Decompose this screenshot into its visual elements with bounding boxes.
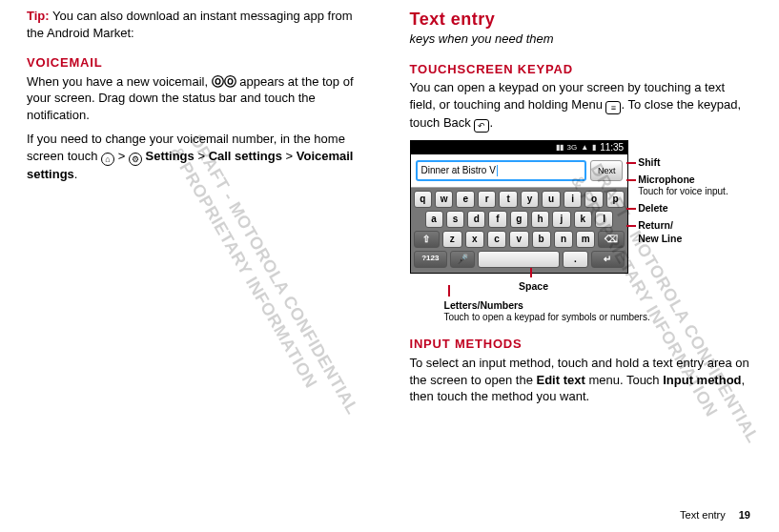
key-p[interactable]: p: [606, 191, 625, 208]
input-methods-heading: Input methods: [410, 336, 753, 353]
callout-shift: Shift: [638, 155, 752, 169]
key-a[interactable]: a: [425, 211, 443, 228]
next-button[interactable]: Next: [590, 160, 623, 181]
key-s[interactable]: s: [446, 211, 464, 228]
tip-label: Tip:: [27, 9, 50, 23]
key-m[interactable]: m: [576, 231, 595, 248]
signal-icon: ▮▮: [556, 143, 564, 153]
callout-return: Return/ New Line: [638, 218, 752, 245]
key-period[interactable]: .: [563, 251, 587, 268]
text-field[interactable]: Dinner at Bistro V: [416, 160, 587, 181]
input-methods-paragraph: To select an input method, touch and hol…: [410, 355, 753, 405]
tip-text: You can also download an instant messagi…: [27, 9, 353, 40]
key-n[interactable]: n: [554, 231, 573, 248]
key-c[interactable]: c: [487, 231, 506, 248]
key-g[interactable]: g: [510, 211, 528, 228]
callout-microphone: Microphone Touch for voice input.: [638, 173, 752, 197]
key-return[interactable]: ↵: [591, 251, 625, 268]
key-space[interactable]: [478, 251, 560, 268]
voicemail-heading: Voicemail: [27, 54, 370, 72]
key-x[interactable]: x: [465, 231, 484, 248]
key-j[interactable]: j: [552, 211, 570, 228]
key-d[interactable]: d: [467, 211, 485, 228]
caret-icon: [497, 165, 498, 176]
footer-page-number: 19: [739, 508, 750, 522]
page-footer: Text entry 19: [680, 508, 750, 522]
key-i[interactable]: i: [564, 191, 582, 208]
key-k[interactable]: k: [574, 211, 592, 228]
key-delete[interactable]: ⌫: [598, 231, 625, 248]
call-settings-label: Call settings: [209, 149, 282, 163]
right-column: Text entry keys when you need them Touch…: [410, 8, 753, 413]
back-icon: ↶: [474, 119, 489, 133]
left-column: Tip: You can also download an instant me…: [27, 8, 370, 413]
callouts-right: Shift Microphone Touch for voice input. …: [638, 155, 752, 245]
key-t[interactable]: t: [499, 191, 517, 208]
battery-icon: ▮: [592, 143, 596, 153]
key-v[interactable]: v: [509, 231, 528, 248]
status-time: 11:35: [600, 141, 624, 154]
key-b[interactable]: b: [532, 231, 551, 248]
key-z[interactable]: z: [442, 231, 461, 248]
footer-section: Text entry: [680, 508, 726, 522]
key-shift[interactable]: ⇧: [414, 231, 441, 248]
edit-text-label: Edit text: [536, 373, 584, 387]
key-q[interactable]: q: [414, 191, 432, 208]
key-symbols[interactable]: ?123: [414, 251, 448, 268]
voicemail-icon: ⓞⓞ: [212, 74, 236, 89]
settings-label: Settings: [146, 149, 195, 163]
key-y[interactable]: y: [521, 191, 539, 208]
callout-space: Space: [439, 279, 629, 293]
tip-paragraph: Tip: You can also download an instant me…: [27, 8, 370, 41]
key-w[interactable]: w: [435, 191, 453, 208]
keyboard: q w e r t y u i o p a s d: [411, 188, 628, 273]
callout-delete: Delete: [638, 201, 752, 215]
touchscreen-keypad-paragraph: You can open a keypad on your screen by …: [410, 79, 753, 133]
text-input-row: Dinner at Bistro V Next: [411, 154, 628, 188]
key-l[interactable]: l: [595, 211, 613, 228]
phone-mock: ▮▮ 3G ▲ ▮ 11:35 Dinner at Bistro V Next …: [410, 140, 629, 274]
home-icon: ⌂: [101, 153, 114, 166]
menu-icon: ≡: [605, 101, 621, 114]
key-e[interactable]: e: [456, 191, 474, 208]
cell-icon: ▲: [581, 143, 588, 153]
text-entry-subtitle: keys when you need them: [410, 31, 753, 48]
voicemail-p1: When you have a new voicemail, ⓞⓞ appear…: [27, 73, 370, 124]
touchscreen-keypad-heading: Touchscreen keypad: [410, 61, 753, 78]
key-u[interactable]: u: [542, 191, 560, 208]
input-method-label: Input method: [663, 373, 741, 387]
key-f[interactable]: f: [488, 211, 506, 228]
callout-letters-numbers: Letters/Numbers Touch to open a keypad f…: [444, 298, 753, 323]
status-bar: ▮▮ 3G ▲ ▮ 11:35: [411, 141, 628, 154]
key-o[interactable]: o: [584, 191, 603, 208]
key-microphone[interactable]: 🎤: [450, 251, 475, 268]
text-entry-title: Text entry: [410, 8, 753, 31]
key-r[interactable]: r: [478, 191, 496, 208]
network-icon: 3G: [567, 143, 578, 153]
voicemail-p2: If you need to change your voicemail num…: [27, 131, 370, 182]
key-h[interactable]: h: [531, 211, 549, 228]
settings-gear-icon: ⚙: [129, 153, 142, 166]
